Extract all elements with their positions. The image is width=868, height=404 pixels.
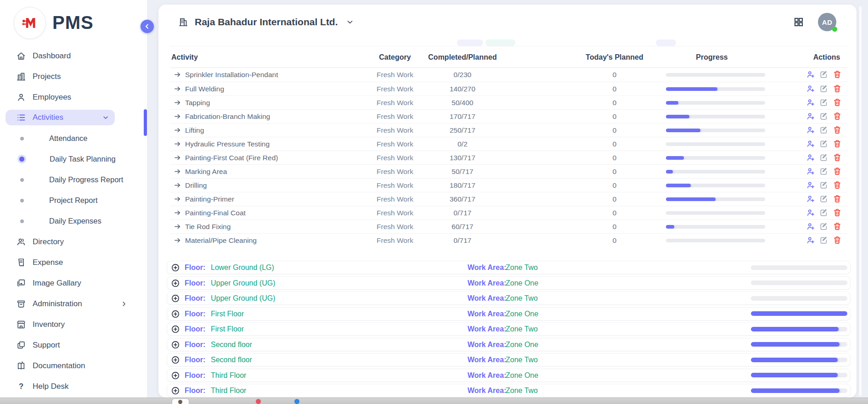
delete-button[interactable] [833,208,842,217]
sidebar-item-activities[interactable]: Activities [6,110,115,125]
delete-button[interactable] [833,180,842,190]
delete-button[interactable] [833,222,842,231]
arrow-right-icon [174,181,181,189]
floor-name: First Floor [211,323,244,335]
chevron-left-icon [143,22,151,30]
assign-user-button[interactable] [806,194,815,203]
card-header: Raja Bahadur International Ltd. AD [158,5,857,39]
sidebar-item-directory[interactable]: Directory [0,231,147,252]
edit-button[interactable] [819,153,829,162]
delete-button[interactable] [833,98,842,107]
activity-row: Tie Rod Fixing Fresh Work 60/717 0 [170,219,847,233]
assign-user-button[interactable] [806,208,815,217]
expand-plus-icon[interactable] [171,325,180,334]
edit-button[interactable] [819,112,829,121]
scrolled-filter-remnant [457,39,483,46]
taskbar-app-icon[interactable] [172,399,189,404]
sidebar-item-image-gallary[interactable]: Image Gallary [0,273,147,293]
activity-name: Painting-First Coat (Fire Red) [185,151,278,164]
work-area-name: Zone Two [506,384,538,397]
edit-button[interactable] [819,208,829,217]
assign-user-button[interactable] [806,112,815,121]
floor-row: Floor: First Floor Work Area: Zone One [167,307,851,320]
company-selector[interactable]: Raja Bahadur International Ltd. [178,17,354,28]
assign-user-button[interactable] [806,153,815,162]
delete-button[interactable] [833,167,842,176]
scrolled-filter-remnant [656,39,676,46]
edit-button[interactable] [819,70,829,79]
edit-button[interactable] [819,98,829,107]
expand-plus-icon[interactable] [171,340,180,349]
assign-user-button[interactable] [806,139,815,148]
completed-planned-value: 140/270 [427,82,498,95]
edit-button[interactable] [819,139,829,148]
edit-button[interactable] [819,84,829,93]
sidebar-item-help-desk[interactable]: ? Help Desk [0,376,147,397]
sidebar-item-inventory[interactable]: Inventory [0,314,147,335]
assign-user-button[interactable] [806,125,815,135]
edit-button[interactable] [819,125,829,135]
delete-button[interactable] [833,112,842,121]
work-area-label: Work Area: [468,354,506,366]
assign-user-button[interactable] [806,70,815,79]
expand-plus-icon[interactable] [171,355,180,365]
arrow-right-icon [174,99,181,107]
sidebar-item-administration[interactable]: Administration [0,293,147,314]
apps-grid-icon[interactable] [793,17,804,28]
sidebar-item-support[interactable]: Support [0,335,147,355]
delete-button[interactable] [833,84,842,93]
sidebar-subitem-daily-task-planning[interactable]: Daily Task Planning [0,149,147,169]
sidebar-subitem-daily-expenses[interactable]: Daily Expenses [0,211,147,231]
assign-user-button[interactable] [806,98,815,107]
floor-name: Third Floor [211,384,246,397]
sidebar-item-expense[interactable]: Expense [0,252,147,273]
edit-button[interactable] [819,194,829,203]
assign-user-button[interactable] [806,180,815,190]
todays-planned-value: 0 [583,165,646,178]
expand-plus-icon[interactable] [171,294,180,303]
taskbar-red-app-icon[interactable] [256,399,261,404]
work-area-name: Zone One [506,338,538,351]
delete-button[interactable] [833,125,842,135]
edit-button[interactable] [819,222,829,231]
assign-user-button[interactable] [806,167,815,176]
scrollbar[interactable] [859,6,862,396]
edit-button[interactable] [819,236,829,245]
expand-plus-icon[interactable] [171,386,180,395]
delete-button[interactable] [833,236,842,245]
gallery-icon [16,278,26,288]
assign-user-button[interactable] [806,84,815,93]
activity-category: Fresh Work [363,151,427,164]
delete-button[interactable] [833,70,842,79]
app-logo[interactable] [14,7,46,39]
sidebar-item-projects[interactable]: Projects [0,66,147,87]
delete-button[interactable] [833,153,842,162]
assign-user-button[interactable] [806,236,815,245]
sidebar-collapse-button[interactable] [141,20,154,33]
activity-row: Painting-Final Coat Fresh Work 0/717 0 [170,206,847,219]
activity-category: Fresh Work [363,82,427,95]
activity-name: Drilling [185,179,207,192]
sidebar-item-documentation[interactable]: Documentation [0,355,147,376]
expand-plus-icon[interactable] [171,371,180,380]
sidebar-subitem-attendance[interactable]: Attendance [0,128,147,149]
sidebar-item-employees[interactable]: Employees [0,87,147,107]
taskbar-blue-app-icon[interactable] [294,399,299,404]
activity-progress-bar [666,239,765,242]
work-area-label: Work Area: [468,323,506,335]
sidebar-subitem-daily-progress-report[interactable]: Daily Progress Report [0,169,147,190]
table-header: Activity Category Completed/Planned Toda… [170,46,847,68]
sidebar-subitem-project-report[interactable]: Project Report [0,190,147,211]
edit-button[interactable] [819,180,829,190]
expand-plus-icon[interactable] [171,263,180,272]
delete-button[interactable] [833,194,842,203]
delete-button[interactable] [833,139,842,148]
logo-m-icon [21,14,39,32]
edit-button[interactable] [819,167,829,176]
sidebar-item-dashboard[interactable]: Dashboard [0,45,147,66]
user-avatar[interactable]: AD [818,13,836,31]
arrow-right-icon [174,140,181,148]
expand-plus-icon[interactable] [171,279,180,288]
expand-plus-icon[interactable] [171,309,180,319]
assign-user-button[interactable] [806,222,815,231]
